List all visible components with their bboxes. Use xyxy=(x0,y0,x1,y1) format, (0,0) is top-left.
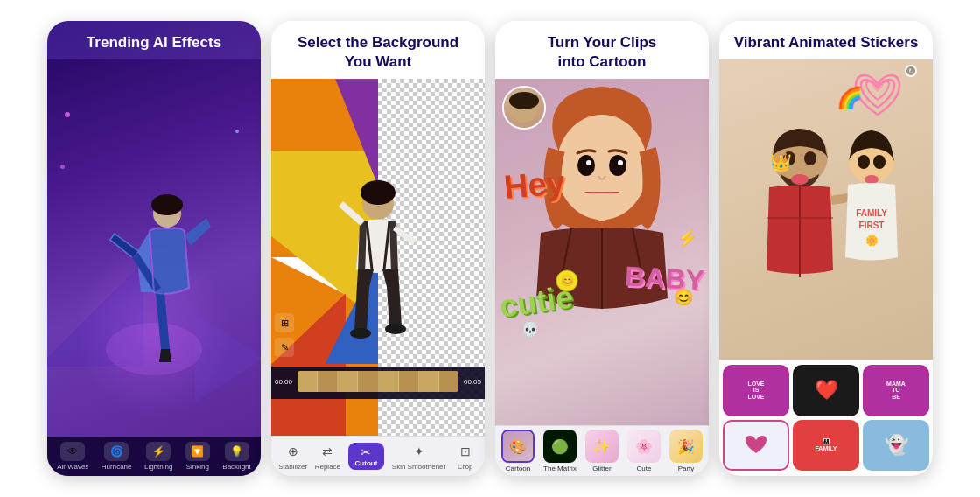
svg-point-20 xyxy=(873,155,886,169)
sticker-mama-to-be[interactable]: MAMA TO BE xyxy=(863,365,929,416)
svg-text:FIRST: FIRST xyxy=(859,220,885,230)
toolbar-item-cute[interactable]: 🌸 Cute xyxy=(627,430,661,472)
toolbar-label-backlight: Backlight xyxy=(222,463,250,471)
sticker-love-is-love[interactable]: LOVE IS LOVE xyxy=(723,365,789,416)
toolbar-label-matrix: The Matrix xyxy=(543,465,577,472)
svg-point-6 xyxy=(385,324,406,334)
hurricane-icon: 🌀 xyxy=(104,442,129,461)
glitter-thumb: ✨ xyxy=(585,430,619,463)
card-ai-effects: Trending AI Effects xyxy=(47,21,261,476)
sinking-icon: 🔽 xyxy=(186,442,210,461)
svg-point-19 xyxy=(858,155,870,169)
toolbar-label-replace: Replace xyxy=(315,463,340,471)
toolbar-label-airwaves: Air Waves xyxy=(57,463,88,471)
card3-toolbar: 🎨 Cartoon 🟢 The Matrix ✨ Glitter 🌸 xyxy=(495,425,709,476)
svg-point-5 xyxy=(350,328,371,339)
backlight-icon: 💡 xyxy=(225,442,249,461)
svg-point-8 xyxy=(578,155,595,176)
card1-toolbar: 👁 Air Waves 🌀 Hurricane ⚡ Lightning 🔽 xyxy=(47,437,261,476)
timeline-area: 00:00 00:05 xyxy=(271,367,485,399)
skin-smoothener-icon: ✦ xyxy=(407,442,431,461)
sticker-heart-red[interactable]: ❤️ xyxy=(793,365,859,416)
toolbar-item-replace[interactable]: ⇄ Replace xyxy=(315,442,340,471)
card2-toolbar: ⊕ Stabilizer ⇄ Replace ✂ Cutout ✦ xyxy=(271,436,485,476)
toolbar-item-party[interactable]: 🎉 Party xyxy=(669,430,703,472)
air-waves-icon: 👁 xyxy=(60,442,85,461)
crown-sticker: 👑 xyxy=(770,151,792,172)
toolbar-item-glitter[interactable]: ✨ Glitter xyxy=(585,430,619,472)
toolbar-label-cutout: Cutout xyxy=(355,459,378,467)
toolbar-label-cute: Cute xyxy=(637,465,652,472)
card1-content xyxy=(47,60,261,437)
toolbar-item-stabilizer[interactable]: ⊕ Stabilizer xyxy=(278,442,307,471)
toolbar-label-hurricane: Hurricane xyxy=(102,463,132,471)
lightning-bolt-sticker: ⚡ xyxy=(676,228,698,248)
svg-point-2 xyxy=(151,194,183,215)
left-side-icons: ⊞ ✎ xyxy=(275,313,294,357)
stabilizer-icon: ⊕ xyxy=(281,442,305,461)
svg-point-21 xyxy=(864,175,878,184)
svg-point-9 xyxy=(609,155,626,176)
toolbar-item-crop[interactable]: ⊡ Crop xyxy=(453,442,478,471)
sticker-ghost[interactable]: 👻 xyxy=(863,420,929,471)
card4-content: FAMILY FIRST 🌼 ↻ 👑 🌈 xyxy=(719,60,933,476)
toolbar-item-skin[interactable]: ✦ Skin Smoothener xyxy=(392,442,445,471)
sticker-heart-outline[interactable] xyxy=(723,420,789,471)
app-screenshot: Trending AI Effects xyxy=(0,0,980,497)
jumping-person xyxy=(321,173,435,366)
svg-text:🌼: 🌼 xyxy=(865,234,878,247)
svg-point-11 xyxy=(618,160,623,165)
toolbar-label-glitter: Glitter xyxy=(592,465,611,472)
toolbar-item-airwaves[interactable]: 👁 Air Waves xyxy=(57,442,88,471)
baby-text: BABY xyxy=(624,261,704,298)
smile-sticker: 😊 xyxy=(674,288,693,307)
toolbar-label-cartoon: Cartoon xyxy=(506,465,530,472)
toolbar-item-cutout[interactable]: ✂ Cutout xyxy=(348,443,385,470)
rainbow-sticker: 🌈 xyxy=(836,86,863,110)
card2-title: Select the BackgroundYou Want xyxy=(271,21,485,79)
toolbar-label-stabilizer: Stabilizer xyxy=(278,463,307,471)
toolbar-label-lightning: Lightning xyxy=(144,463,172,471)
card2-content: 00:00 00:05 xyxy=(271,79,485,436)
family-people: FAMILY FIRST 🌼 xyxy=(730,113,922,349)
svg-point-15 xyxy=(791,174,808,185)
card-background: Select the BackgroundYou Want xyxy=(271,21,485,476)
crop-icon: ⊡ xyxy=(453,442,478,461)
toolbar-label-skin: Skin Smoothener xyxy=(392,463,445,471)
card3-title: Turn Your Clipsinto Cartoon xyxy=(495,21,709,79)
card-cartoon: Turn Your Clipsinto Cartoon xyxy=(495,21,709,476)
card1-title: Trending AI Effects xyxy=(47,21,261,60)
small-portrait xyxy=(502,86,546,130)
svg-point-0 xyxy=(106,323,202,375)
svg-point-17 xyxy=(804,151,816,165)
card4-title: Vibrant Animated Stickers xyxy=(719,21,933,60)
svg-point-10 xyxy=(586,160,592,165)
cute-thumb: 🌸 xyxy=(627,430,661,463)
cartoon-thumb: 🎨 xyxy=(501,430,535,463)
svg-text:FAMILY: FAMILY xyxy=(856,208,887,218)
sticker-rotate-handle[interactable]: ↻ xyxy=(905,65,917,77)
sticker-family-first[interactable]: 👨‍👩‍👧 FAMILY xyxy=(793,420,859,471)
dancer-figure xyxy=(93,174,215,393)
toolbar-label-party: Party xyxy=(678,465,695,472)
toolbar-label-crop: Crop xyxy=(458,463,472,471)
party-thumb: 🎉 xyxy=(669,430,703,463)
toolbar-item-backlight[interactable]: 💡 Backlight xyxy=(222,442,250,471)
toolbar-item-lightning[interactable]: ⚡ Lightning xyxy=(144,442,172,471)
edit-icon[interactable]: ✎ xyxy=(275,338,294,357)
card-stickers: Vibrant Animated Stickers xyxy=(719,21,933,476)
toolbar-item-sinking[interactable]: 🔽 Sinking xyxy=(186,442,210,471)
hey-text: Hey xyxy=(502,164,566,206)
svg-point-4 xyxy=(360,180,396,205)
cutout-active-bg: ✂ Cutout xyxy=(348,443,385,470)
layers-icon[interactable]: ⊞ xyxy=(275,313,294,332)
toolbar-item-hurricane[interactable]: 🌀 Hurricane xyxy=(102,442,132,471)
matrix-thumb: 🟢 xyxy=(543,430,577,463)
card3-content: 😊 Hey BABY cutie ⚡ 😊 💀 xyxy=(495,79,709,425)
replace-icon: ⇄ xyxy=(315,442,340,461)
sticker-panel: LOVE IS LOVE ❤️ MAMA TO BE xyxy=(719,360,933,476)
toolbar-item-matrix[interactable]: 🟢 The Matrix xyxy=(543,430,577,472)
toolbar-item-cartoon[interactable]: 🎨 Cartoon xyxy=(501,430,535,472)
skull-sticker: 💀 xyxy=(522,321,539,338)
toolbar-label-sinking: Sinking xyxy=(186,463,209,471)
